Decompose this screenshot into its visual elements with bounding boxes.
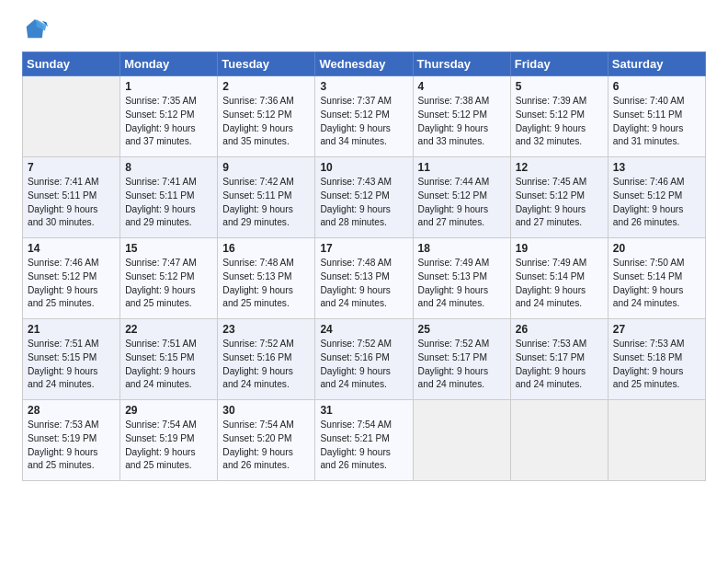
sunset-text: Sunset: 5:12 PM: [222, 109, 310, 122]
daylight-text: Daylight: 9 hours and 25 minutes.: [613, 365, 700, 393]
sunrise-text: Sunrise: 7:50 AM: [613, 257, 700, 270]
sunset-text: Sunset: 5:20 PM: [222, 432, 310, 446]
sunset-text: Sunset: 5:12 PM: [613, 190, 700, 203]
calendar-cell: 17 Sunrise: 7:48 AM Sunset: 5:13 PM Dayl…: [315, 238, 413, 319]
calendar-cell: 20 Sunrise: 7:50 AM Sunset: 5:14 PM Dayl…: [608, 238, 705, 319]
sunrise-text: Sunrise: 7:37 AM: [320, 95, 407, 109]
calendar-cell: 15 Sunrise: 7:47 AM Sunset: 5:12 PM Dayl…: [120, 238, 218, 319]
sunrise-text: Sunrise: 7:53 AM: [516, 338, 603, 351]
cell-text: Sunrise: 7:38 AM Sunset: 5:12 PM Dayligh…: [418, 95, 506, 149]
sunset-text: Sunset: 5:12 PM: [320, 190, 407, 203]
sunset-text: Sunset: 5:11 PM: [222, 190, 310, 203]
calendar-week-row: 28 Sunrise: 7:53 AM Sunset: 5:19 PM Dayl…: [23, 400, 706, 481]
sunset-text: Sunset: 5:21 PM: [320, 432, 407, 446]
logo: [22, 17, 50, 42]
calendar-cell: [608, 400, 705, 481]
calendar-cell: 5 Sunrise: 7:39 AM Sunset: 5:12 PM Dayli…: [510, 76, 608, 157]
cell-text: Sunrise: 7:45 AM Sunset: 5:12 PM Dayligh…: [516, 176, 603, 230]
calendar-cell: 22 Sunrise: 7:51 AM Sunset: 5:15 PM Dayl…: [120, 319, 218, 400]
cell-text: Sunrise: 7:49 AM Sunset: 5:14 PM Dayligh…: [516, 257, 603, 311]
sunset-text: Sunset: 5:15 PM: [28, 351, 115, 365]
daylight-text: Daylight: 9 hours and 31 minutes.: [613, 122, 700, 150]
sunrise-text: Sunrise: 7:52 AM: [418, 338, 506, 351]
cell-text: Sunrise: 7:53 AM Sunset: 5:19 PM Dayligh…: [28, 419, 115, 473]
logo-icon: [22, 17, 48, 42]
daylight-text: Daylight: 9 hours and 24 minutes.: [418, 365, 506, 393]
sunrise-text: Sunrise: 7:45 AM: [516, 176, 603, 190]
calendar-week-row: 14 Sunrise: 7:46 AM Sunset: 5:12 PM Dayl…: [23, 238, 706, 319]
day-number: 7: [28, 161, 115, 174]
daylight-text: Daylight: 9 hours and 24 minutes.: [516, 365, 603, 393]
page: SundayMondayTuesdayWednesdayThursdayFrid…: [0, 0, 728, 563]
day-number: 13: [613, 161, 700, 174]
sunrise-text: Sunrise: 7:38 AM: [418, 95, 506, 109]
calendar-cell: 2 Sunrise: 7:36 AM Sunset: 5:12 PM Dayli…: [218, 76, 315, 157]
daylight-text: Daylight: 9 hours and 37 minutes.: [125, 122, 212, 150]
sunrise-text: Sunrise: 7:46 AM: [28, 257, 115, 270]
weekday-header: Monday: [120, 52, 218, 76]
day-number: 18: [418, 242, 506, 255]
cell-text: Sunrise: 7:51 AM Sunset: 5:15 PM Dayligh…: [125, 338, 212, 392]
calendar-cell: [413, 400, 510, 481]
cell-text: Sunrise: 7:54 AM Sunset: 5:21 PM Dayligh…: [320, 419, 407, 473]
daylight-text: Daylight: 9 hours and 25 minutes.: [28, 284, 115, 312]
day-number: 9: [222, 161, 310, 174]
weekday-header: Wednesday: [315, 52, 413, 76]
weekday-header: Sunday: [23, 52, 120, 76]
sunrise-text: Sunrise: 7:53 AM: [28, 419, 115, 432]
weekday-header: Friday: [510, 52, 608, 76]
sunset-text: Sunset: 5:13 PM: [418, 270, 506, 284]
sunrise-text: Sunrise: 7:52 AM: [222, 338, 310, 351]
sunset-text: Sunset: 5:13 PM: [320, 270, 407, 284]
cell-text: Sunrise: 7:48 AM Sunset: 5:13 PM Dayligh…: [320, 257, 407, 311]
calendar-cell: 29 Sunrise: 7:54 AM Sunset: 5:19 PM Dayl…: [120, 400, 218, 481]
daylight-text: Daylight: 9 hours and 24 minutes.: [222, 365, 310, 393]
daylight-text: Daylight: 9 hours and 24 minutes.: [28, 365, 115, 393]
sunset-text: Sunset: 5:16 PM: [222, 351, 310, 365]
calendar-cell: 19 Sunrise: 7:49 AM Sunset: 5:14 PM Dayl…: [510, 238, 608, 319]
cell-text: Sunrise: 7:53 AM Sunset: 5:18 PM Dayligh…: [613, 338, 700, 392]
sunset-text: Sunset: 5:12 PM: [418, 109, 506, 122]
sunrise-text: Sunrise: 7:54 AM: [125, 419, 212, 432]
calendar-cell: 23 Sunrise: 7:52 AM Sunset: 5:16 PM Dayl…: [218, 319, 315, 400]
daylight-text: Daylight: 9 hours and 28 minutes.: [320, 203, 407, 231]
day-number: 30: [222, 404, 310, 417]
sunrise-text: Sunrise: 7:42 AM: [222, 176, 310, 190]
calendar-cell: 11 Sunrise: 7:44 AM Sunset: 5:12 PM Dayl…: [413, 157, 510, 238]
cell-text: Sunrise: 7:44 AM Sunset: 5:12 PM Dayligh…: [418, 176, 506, 230]
day-number: 14: [28, 242, 115, 255]
day-number: 28: [28, 404, 115, 417]
calendar-cell: 4 Sunrise: 7:38 AM Sunset: 5:12 PM Dayli…: [413, 76, 510, 157]
daylight-text: Daylight: 9 hours and 26 minutes.: [320, 446, 407, 474]
cell-text: Sunrise: 7:37 AM Sunset: 5:12 PM Dayligh…: [320, 95, 407, 149]
day-number: 21: [28, 323, 115, 336]
weekday-header: Saturday: [608, 52, 705, 76]
cell-text: Sunrise: 7:52 AM Sunset: 5:16 PM Dayligh…: [320, 338, 407, 392]
sunset-text: Sunset: 5:17 PM: [418, 351, 506, 365]
calendar-cell: 31 Sunrise: 7:54 AM Sunset: 5:21 PM Dayl…: [315, 400, 413, 481]
sunrise-text: Sunrise: 7:35 AM: [125, 95, 212, 109]
calendar-week-row: 21 Sunrise: 7:51 AM Sunset: 5:15 PM Dayl…: [23, 319, 706, 400]
weekday-header: Tuesday: [218, 52, 315, 76]
cell-text: Sunrise: 7:39 AM Sunset: 5:12 PM Dayligh…: [516, 95, 603, 149]
daylight-text: Daylight: 9 hours and 26 minutes.: [613, 203, 700, 231]
day-number: 25: [418, 323, 506, 336]
day-number: 10: [320, 161, 407, 174]
cell-text: Sunrise: 7:49 AM Sunset: 5:13 PM Dayligh…: [418, 257, 506, 311]
daylight-text: Daylight: 9 hours and 24 minutes.: [516, 284, 603, 312]
cell-text: Sunrise: 7:41 AM Sunset: 5:11 PM Dayligh…: [125, 176, 212, 230]
sunrise-text: Sunrise: 7:47 AM: [125, 257, 212, 270]
day-number: 17: [320, 242, 407, 255]
calendar-cell: 25 Sunrise: 7:52 AM Sunset: 5:17 PM Dayl…: [413, 319, 510, 400]
calendar-cell: 7 Sunrise: 7:41 AM Sunset: 5:11 PM Dayli…: [23, 157, 120, 238]
sunrise-text: Sunrise: 7:40 AM: [613, 95, 700, 109]
day-number: 16: [222, 242, 310, 255]
sunrise-text: Sunrise: 7:39 AM: [516, 95, 603, 109]
sunrise-text: Sunrise: 7:41 AM: [125, 176, 212, 190]
daylight-text: Daylight: 9 hours and 33 minutes.: [418, 122, 506, 150]
calendar-cell: 13 Sunrise: 7:46 AM Sunset: 5:12 PM Dayl…: [608, 157, 705, 238]
daylight-text: Daylight: 9 hours and 25 minutes.: [125, 446, 212, 474]
sunrise-text: Sunrise: 7:53 AM: [613, 338, 700, 351]
daylight-text: Daylight: 9 hours and 27 minutes.: [418, 203, 506, 231]
calendar-cell: 12 Sunrise: 7:45 AM Sunset: 5:12 PM Dayl…: [510, 157, 608, 238]
